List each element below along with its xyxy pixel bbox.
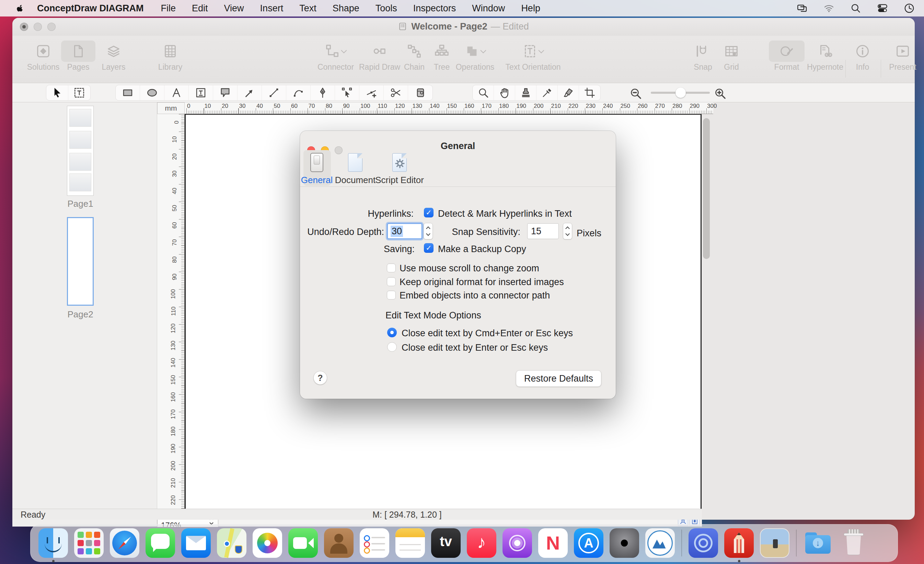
- dock-safari[interactable]: [110, 528, 140, 558]
- control-center-icon[interactable]: [877, 2, 888, 14]
- zoom-slider-track[interactable]: [651, 92, 710, 94]
- tool-text[interactable]: [164, 85, 189, 100]
- tool-add-node[interactable]: [359, 85, 384, 100]
- toolbar-layers-button[interactable]: Layers: [96, 41, 131, 72]
- backup-option-label[interactable]: Make a Backup Copy: [438, 244, 526, 254]
- zoom-slider-thumb[interactable]: [675, 87, 686, 98]
- dock-news[interactable]: N: [538, 528, 568, 558]
- tool-select[interactable]: [46, 85, 68, 100]
- dock-trash[interactable]: [839, 528, 868, 558]
- title-bar[interactable]: Welcome - Page2— Edited: [12, 18, 915, 36]
- tool-brush[interactable]: [558, 85, 579, 100]
- page-thumbnail-page1[interactable]: [67, 106, 94, 196]
- dialog-tab-general[interactable]: General: [300, 152, 333, 189]
- menu-edit[interactable]: Edit: [192, 3, 208, 14]
- dock-photos[interactable]: [253, 528, 282, 558]
- ruler-unit[interactable]: mm: [157, 102, 184, 114]
- tool-rectangle[interactable]: [116, 85, 140, 100]
- toolbar-pages-button[interactable]: Pages: [61, 41, 95, 72]
- dock-maps[interactable]: [217, 528, 246, 558]
- toolbar-connector-button[interactable]: Connector: [314, 41, 358, 72]
- dock-podcasts[interactable]: [502, 528, 532, 558]
- tool-cut[interactable]: [384, 85, 408, 100]
- backup-checkbox[interactable]: [424, 243, 434, 253]
- toolbar-format-button[interactable]: Format: [769, 41, 804, 72]
- dock-downloads[interactable]: ↓: [803, 528, 833, 558]
- tool-text-box[interactable]: [189, 85, 213, 100]
- dock-appstore[interactable]: A: [574, 528, 603, 558]
- hyperlinks-option-label[interactable]: Detect & Mark Hyperlinks in Text: [438, 209, 572, 219]
- zoom-out-icon[interactable]: [629, 87, 642, 100]
- dock-reminders[interactable]: [360, 528, 389, 558]
- toolbar-chain-button[interactable]: Chain: [402, 41, 426, 72]
- tool-curve[interactable]: [286, 85, 310, 100]
- radio-label[interactable]: Close edit text by Enter or Esc keys: [402, 343, 548, 353]
- menu-tools[interactable]: Tools: [375, 3, 397, 14]
- toolbar-info-button[interactable]: Info: [852, 41, 873, 72]
- menu-text[interactable]: Text: [299, 3, 316, 14]
- toolbar-rapid-draw-button[interactable]: Rapid Draw: [359, 41, 399, 72]
- toolbar-grid-button[interactable]: Grid: [720, 41, 742, 72]
- toolbar-hypernote-button[interactable]: Hypernote: [804, 41, 846, 72]
- dialog-tab-script-editor[interactable]: Script Editor: [367, 152, 432, 189]
- dock-tv[interactable]: tv: [431, 528, 460, 558]
- vertical-scrollbar[interactable]: [703, 118, 710, 259]
- dock-mail[interactable]: [181, 528, 211, 558]
- option-label[interactable]: Embed objects into a connector path: [399, 290, 550, 301]
- option-checkbox[interactable]: [387, 263, 396, 272]
- tool-eraser-roller[interactable]: [408, 85, 432, 100]
- zoom-in-icon[interactable]: [713, 87, 727, 100]
- toolbar-text-orientation-button[interactable]: Text Orientation: [502, 41, 564, 72]
- menu-inspectors[interactable]: Inspectors: [413, 3, 456, 14]
- tool-draw-arrow[interactable]: [237, 85, 262, 100]
- help-button[interactable]: ?: [314, 371, 327, 385]
- radio-label[interactable]: Close edit text by Cmd+Enter or Esc keys: [402, 328, 573, 339]
- restore-defaults-button[interactable]: Restore Defaults: [516, 370, 602, 387]
- clock-icon[interactable]: [903, 2, 915, 14]
- menu-file[interactable]: File: [161, 3, 176, 14]
- toolbar-solutions-button[interactable]: Solutions: [26, 41, 60, 72]
- dock-notes[interactable]: [395, 528, 425, 558]
- tool-zoom[interactable]: [472, 85, 494, 100]
- mission-control-icon[interactable]: [796, 2, 808, 14]
- snap-sensitivity-stepper[interactable]: [563, 223, 572, 239]
- dock-contacts[interactable]: [324, 528, 354, 558]
- tool-pen[interactable]: [310, 85, 335, 100]
- tool-edit-node[interactable]: [335, 85, 359, 100]
- dock-music[interactable]: ♪: [467, 528, 496, 558]
- dock-desktop[interactable]: [760, 528, 789, 558]
- tool-pan[interactable]: [494, 85, 515, 100]
- dock-mindmap[interactable]: [688, 528, 718, 558]
- dock-launchpad[interactable]: [74, 528, 104, 558]
- dock-cdstore[interactable]: [645, 528, 675, 558]
- tool-line[interactable]: [262, 85, 286, 100]
- hyperlinks-checkbox[interactable]: [424, 208, 434, 217]
- page-thumbnail-page2[interactable]: [67, 217, 94, 306]
- tool-stamp[interactable]: [515, 85, 537, 100]
- search-icon[interactable]: [850, 2, 861, 14]
- app-menu-title[interactable]: ConceptDraw DIAGRAM: [37, 3, 144, 14]
- undo-depth-input[interactable]: 30: [387, 223, 422, 239]
- dock-messages[interactable]: [146, 528, 175, 558]
- edit-text-radio[interactable]: [387, 342, 397, 352]
- toolbar-tree-button[interactable]: Tree: [431, 41, 452, 72]
- dock-settings[interactable]: [610, 528, 639, 558]
- menu-view[interactable]: View: [224, 3, 244, 14]
- option-label[interactable]: Use mouse scroll to change zoom: [399, 263, 539, 274]
- tool-eyedropper[interactable]: [537, 85, 558, 100]
- tool-crop[interactable]: [579, 85, 600, 100]
- tool-ellipse[interactable]: [140, 85, 164, 100]
- toolbar-present-button[interactable]: Present: [887, 41, 918, 72]
- menu-insert[interactable]: Insert: [260, 3, 284, 14]
- tool-text-select[interactable]: [68, 85, 90, 100]
- snap-sensitivity-input[interactable]: 15: [527, 223, 559, 239]
- option-label[interactable]: Keep original format for inserted images: [399, 277, 564, 287]
- menu-help[interactable]: Help: [521, 3, 540, 14]
- tool-callout[interactable]: [213, 85, 237, 100]
- option-checkbox[interactable]: [387, 277, 396, 286]
- toolbar-operations-button[interactable]: Operations: [454, 41, 496, 72]
- menu-window[interactable]: Window: [472, 3, 505, 14]
- dock-facetime[interactable]: [288, 528, 318, 558]
- menu-shape[interactable]: Shape: [333, 3, 359, 14]
- wifi-icon[interactable]: [823, 2, 835, 14]
